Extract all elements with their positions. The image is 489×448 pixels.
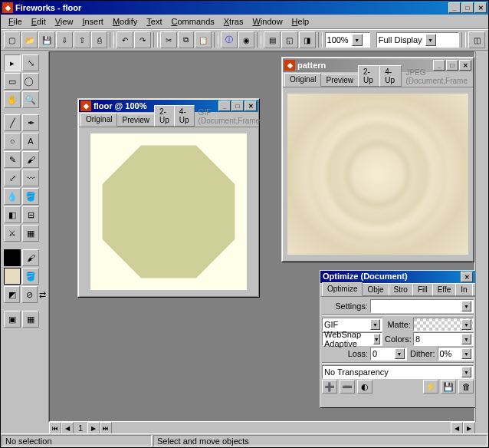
opt-wizard[interactable]: ⚡: [423, 380, 438, 394]
hand-tool[interactable]: ✋: [4, 91, 21, 108]
display-select[interactable]: Full Display▼: [376, 32, 460, 48]
menu-file[interactable]: File: [4, 15, 27, 28]
zoom-tool[interactable]: 🔍: [22, 91, 39, 108]
tab-preview[interactable]: Preview: [117, 114, 155, 127]
opt-tab-stroke[interactable]: Stro: [389, 283, 413, 296]
menu-help[interactable]: Help: [287, 15, 314, 28]
opt-tab-optimize[interactable]: Optimize: [322, 282, 363, 296]
fill-picker[interactable]: 🪣: [22, 268, 39, 285]
doc-pattern-canvas[interactable]: [283, 87, 473, 261]
open-button[interactable]: 📂: [21, 31, 38, 48]
scale-tool[interactable]: ⤢: [4, 170, 21, 186]
opt-save[interactable]: 💾: [441, 380, 456, 394]
styles-button[interactable]: ◨: [299, 31, 316, 48]
frame-last[interactable]: ⏭: [100, 422, 112, 434]
scroll-left[interactable]: ◀: [451, 422, 463, 434]
export-button[interactable]: ⇧: [74, 31, 90, 48]
dither-input[interactable]: 0%▼: [438, 347, 474, 361]
bucket-tool[interactable]: 🪣: [22, 188, 39, 205]
brush-tool[interactable]: 🖌: [22, 151, 39, 168]
eyedropper-tool[interactable]: 💧: [4, 188, 21, 205]
tab-2up[interactable]: 2-Up: [154, 105, 175, 127]
save-button[interactable]: 💾: [38, 31, 55, 48]
stroke-color[interactable]: [4, 249, 21, 266]
colors-select[interactable]: 8▼: [413, 332, 474, 346]
pointer-tool[interactable]: ▸: [4, 54, 21, 71]
behaviors-button[interactable]: ◱: [281, 31, 298, 48]
layers-button[interactable]: ▤: [264, 31, 281, 48]
frame-first[interactable]: ⏮: [49, 422, 61, 434]
menu-view[interactable]: View: [51, 15, 78, 28]
close-button[interactable]: ✕: [474, 2, 487, 13]
opt-tab-info[interactable]: In: [455, 283, 472, 296]
optimize-close[interactable]: ✕: [461, 272, 473, 282]
lasso-tool[interactable]: ⃝: [22, 73, 39, 90]
info-button[interactable]: ⓘ: [221, 31, 238, 48]
copy-button[interactable]: ⧉: [178, 31, 195, 48]
fill-color[interactable]: [4, 268, 21, 285]
menu-xtras[interactable]: Xtras: [219, 15, 248, 28]
pencil-tool[interactable]: ✎: [4, 151, 21, 168]
stamp-tool[interactable]: ⊟: [22, 206, 39, 223]
no-color[interactable]: ⊘: [21, 286, 38, 303]
matte-select[interactable]: ▼: [413, 318, 474, 331]
opt-select-trans[interactable]: ◐: [357, 380, 372, 394]
tab-original-2[interactable]: Original: [284, 73, 321, 87]
subselect-tool[interactable]: ⤡: [22, 54, 39, 71]
menu-modify[interactable]: Modify: [108, 15, 142, 28]
opt-remove-trans[interactable]: ➖: [340, 380, 355, 394]
pen-tool[interactable]: ✒: [22, 114, 39, 131]
doc-floor-canvas[interactable]: [79, 127, 258, 296]
loss-input[interactable]: 0▼: [370, 347, 407, 361]
text-tool[interactable]: A: [22, 133, 39, 150]
freeform-tool[interactable]: 〰: [22, 170, 39, 186]
paste-button[interactable]: 📋: [195, 31, 212, 48]
settings-select[interactable]: ▼: [370, 299, 474, 313]
tab-original[interactable]: Original: [80, 113, 117, 127]
redo-button[interactable]: ↷: [134, 31, 151, 48]
view-mode-1[interactable]: ▣: [4, 311, 21, 328]
opt-add-trans[interactable]: ➕: [322, 380, 337, 394]
tab-4up[interactable]: 4-Up: [174, 105, 195, 127]
default-colors[interactable]: ◩: [4, 286, 20, 303]
menu-insert[interactable]: Insert: [77, 15, 108, 28]
swap-colors[interactable]: ⇄: [39, 286, 45, 303]
color-button[interactable]: ◉: [238, 31, 255, 48]
menu-window[interactable]: Window: [248, 15, 287, 28]
right-scrollbar[interactable]: [475, 51, 488, 422]
line-tool[interactable]: ╱: [4, 114, 21, 131]
tab-2up-2[interactable]: 2-Up: [358, 65, 380, 87]
hotspot-tool[interactable]: ▦: [22, 225, 39, 242]
menu-edit[interactable]: Edit: [27, 15, 51, 28]
minimize-button[interactable]: _: [448, 2, 461, 13]
tab-preview-2[interactable]: Preview: [320, 74, 359, 87]
optimize-title[interactable]: Optimize (Document)✕: [320, 271, 475, 283]
ellipse-tool[interactable]: ○: [4, 133, 21, 150]
new-button[interactable]: ▢: [4, 31, 21, 48]
import-button[interactable]: ⇩: [56, 31, 73, 48]
menu-commands[interactable]: Commands: [167, 15, 219, 28]
opt-delete[interactable]: 🗑: [458, 380, 474, 394]
knife-tool[interactable]: ⚔: [4, 225, 21, 242]
tab-4up-2[interactable]: 4-Up: [379, 65, 402, 87]
frame-next[interactable]: ▶: [87, 422, 100, 434]
opt-tab-fill[interactable]: Fill: [412, 283, 433, 296]
menu-text[interactable]: Text: [142, 15, 166, 28]
frame-prev[interactable]: ◀: [61, 422, 74, 434]
opt-tab-object[interactable]: Obje: [362, 283, 389, 296]
palette-select[interactable]: WebSnap Adaptive▼: [322, 332, 382, 346]
print-button[interactable]: ⎙: [91, 31, 108, 48]
transparency-select[interactable]: No Transparency▼: [322, 365, 474, 379]
eraser-tool[interactable]: ◧: [4, 206, 21, 223]
undo-button[interactable]: ↶: [117, 31, 133, 48]
doc-pattern-tabs: Original Preview 2-Up 4-Up JPEG (Documen…: [283, 72, 473, 87]
marquee-tool[interactable]: ▭: [4, 73, 21, 90]
zoom-select[interactable]: 100%▼: [325, 32, 370, 48]
opt-tab-effect[interactable]: Effe: [432, 283, 457, 296]
cut-button[interactable]: ✂: [160, 31, 177, 48]
hide-panels-button[interactable]: ◫: [468, 31, 485, 48]
maximize-button[interactable]: □: [461, 2, 474, 13]
stroke-picker[interactable]: 🖌: [22, 249, 39, 266]
view-mode-2[interactable]: ▦: [22, 311, 39, 328]
scroll-right[interactable]: ▶: [463, 422, 475, 434]
